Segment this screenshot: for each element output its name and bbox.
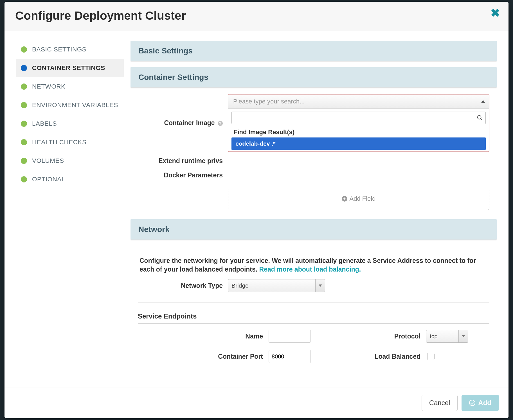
sidebar-item-label: NETWORK: [32, 83, 66, 90]
modal-footer: Cancel Add: [4, 387, 508, 418]
sidebar-item-label: BASIC SETTINGS: [32, 46, 86, 53]
extend-privs-label: Extend runtime privs: [138, 157, 228, 165]
caret-up-icon: [481, 100, 485, 103]
status-dot-icon: [21, 102, 27, 108]
sidebar-item-basic-settings[interactable]: BASIC SETTINGS: [16, 40, 124, 59]
close-icon[interactable]: ✖: [490, 7, 500, 19]
divider: [138, 302, 489, 303]
help-icon[interactable]: ?: [218, 121, 223, 126]
content-pane: Basic Settings Container Settings Contai…: [130, 31, 508, 387]
dropdown-group-label: Find Image Result(s): [231, 127, 486, 137]
endpoint-load-balanced-label: Load Balanced: [316, 353, 426, 360]
check-circle-icon: [469, 400, 475, 406]
dropdown-option-codelab-dev[interactable]: codelab-dev .*: [231, 137, 486, 150]
status-dot-icon: [21, 139, 27, 145]
svg-line-1: [481, 119, 482, 120]
network-type-select[interactable]: Bridge: [228, 279, 325, 292]
container-image-label: Container Image ?: [138, 119, 228, 127]
endpoint-load-balanced-checkbox[interactable]: [427, 353, 435, 360]
plus-circle-icon: +: [342, 196, 347, 202]
endpoint-protocol-label: Protocol: [316, 333, 426, 340]
add-field-button[interactable]: + Add Field: [342, 195, 376, 202]
docker-params-add-area: + Add Field: [228, 189, 489, 210]
sidebar: BASIC SETTINGS CONTAINER SETTINGS NETWOR…: [4, 31, 130, 387]
cancel-button[interactable]: Cancel: [422, 395, 458, 411]
sidebar-item-environment-variables[interactable]: ENVIRONMENT VARIABLES: [16, 96, 124, 114]
status-dot-icon: [21, 176, 27, 182]
search-icon: [477, 115, 483, 121]
endpoint-protocol-select[interactable]: tcp: [426, 330, 468, 343]
add-button[interactable]: Add: [462, 395, 499, 411]
endpoint-port-label: Container Port: [138, 353, 269, 360]
select-toggle[interactable]: [315, 279, 325, 292]
endpoint-port-input[interactable]: [269, 350, 311, 363]
network-description: Configure the networking for your servic…: [138, 246, 489, 277]
container-image-search-input[interactable]: [231, 112, 486, 124]
sidebar-item-label: CONTAINER SETTINGS: [32, 64, 105, 72]
sidebar-item-label: VOLUMES: [32, 157, 64, 164]
container-image-select-header[interactable]: Please type your search...: [228, 94, 489, 109]
network-type-label: Network Type: [138, 282, 228, 290]
endpoint-name-input[interactable]: [269, 330, 311, 343]
container-image-select[interactable]: Please type your search... Find Image Re…: [228, 94, 489, 152]
service-endpoints-grid: Name Protocol tcp Container Port: [138, 327, 489, 366]
network-form: Configure the networking for your servic…: [130, 240, 497, 369]
caret-down-icon: [319, 284, 322, 287]
modal-header: Configure Deployment Cluster ✖: [4, 2, 508, 31]
sidebar-item-health-checks[interactable]: HEALTH CHECKS: [16, 133, 124, 152]
service-endpoints-title: Service Endpoints: [138, 308, 489, 324]
sidebar-item-container-settings[interactable]: CONTAINER SETTINGS: [16, 59, 124, 77]
status-dot-icon: [21, 121, 27, 127]
status-dot-icon: [21, 158, 27, 164]
status-dot-icon: [21, 83, 27, 90]
modal-configure-deployment-cluster: Configure Deployment Cluster ✖ BASIC SET…: [4, 2, 508, 418]
section-header-basic: Basic Settings: [130, 41, 497, 61]
sidebar-item-label: ENVIRONMENT VARIABLES: [32, 101, 118, 109]
sidebar-item-network[interactable]: NETWORK: [16, 77, 124, 96]
modal-body: BASIC SETTINGS CONTAINER SETTINGS NETWOR…: [4, 31, 508, 387]
endpoint-name-label: Name: [138, 333, 269, 340]
sidebar-item-volumes[interactable]: VOLUMES: [16, 152, 124, 170]
status-dot-icon: [21, 46, 27, 53]
docker-params-label: Docker Parameters: [138, 171, 228, 179]
sidebar-item-labels[interactable]: LABELS: [16, 114, 124, 133]
sidebar-item-label: HEALTH CHECKS: [32, 139, 87, 146]
container-form: Container Image ? Please type your searc…: [130, 87, 497, 213]
select-toggle[interactable]: [458, 330, 468, 342]
caret-down-icon: [462, 335, 465, 337]
status-dot-icon: [21, 65, 27, 71]
sidebar-item-label: LABELS: [32, 120, 57, 127]
container-image-dropdown: Find Image Result(s) codelab-dev .*: [228, 109, 489, 150]
svg-point-0: [478, 116, 481, 119]
sidebar-item-optional[interactable]: OPTIONAL: [16, 170, 124, 189]
section-header-container: Container Settings: [130, 67, 497, 87]
container-image-placeholder: Please type your search...: [233, 98, 305, 105]
section-header-network: Network: [130, 219, 497, 240]
load-balancing-link[interactable]: Read more about load balancing.: [259, 266, 361, 273]
sidebar-item-label: OPTIONAL: [32, 176, 65, 183]
modal-title: Configure Deployment Cluster: [15, 9, 498, 22]
